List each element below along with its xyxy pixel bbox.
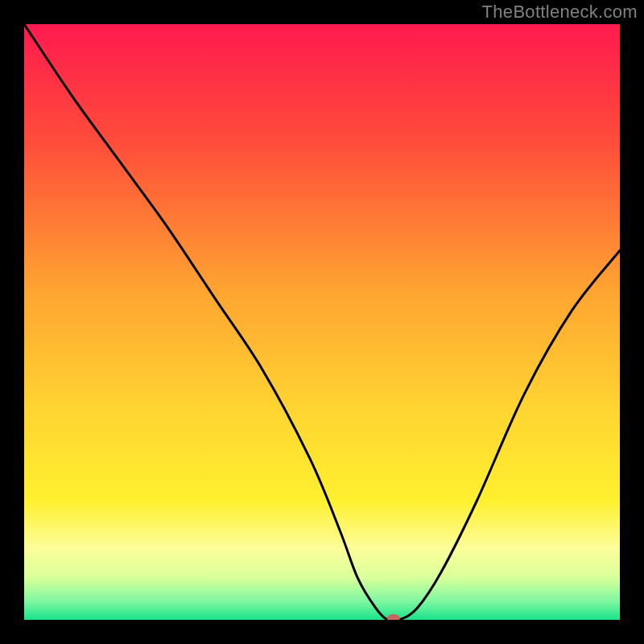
watermark-text: TheBottleneck.com (482, 2, 638, 23)
bottleneck-chart-svg (24, 24, 620, 620)
chart-frame: TheBottleneck.com (0, 0, 644, 644)
plot-area (24, 24, 620, 620)
gradient-background (24, 24, 620, 620)
